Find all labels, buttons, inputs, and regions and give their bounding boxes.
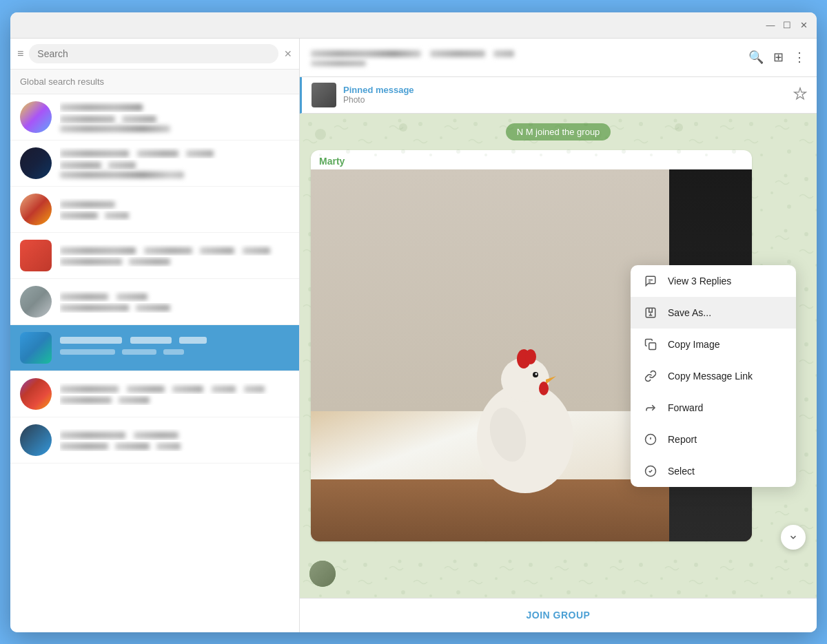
joined-badge: N M joined the group [506, 123, 611, 141]
result-name [60, 198, 289, 209]
result-preview [60, 160, 289, 169]
result-info [60, 429, 289, 451]
copy-image-icon [643, 337, 658, 352]
avatar [20, 194, 52, 225]
report-label: Report [668, 434, 697, 445]
chat-subtitle [311, 59, 742, 68]
context-menu: View 3 Replies Save As... [631, 265, 796, 487]
menu-icon: ≡ [17, 48, 23, 60]
view-replies-icon [643, 273, 658, 289]
result-info [60, 245, 289, 267]
result-name [60, 383, 289, 394]
svg-point-13 [535, 373, 538, 375]
result-dots [60, 125, 289, 132]
user-avatar [309, 561, 336, 587]
pinned-label: Pinned message [343, 85, 786, 95]
join-group-button[interactable]: JOIN GROUP [527, 610, 591, 621]
save-as-label: Save As... [668, 307, 711, 318]
report-icon [643, 432, 658, 447]
pinned-thumbnail [312, 83, 336, 107]
result-info [60, 383, 289, 405]
select-icon [643, 464, 658, 479]
search-results-label: Global search results [10, 70, 299, 94]
forward-icon [643, 400, 658, 415]
avatar [20, 378, 52, 410]
list-item[interactable] [10, 279, 299, 325]
more-options-icon[interactable]: ⋮ [793, 50, 806, 65]
results-list [10, 94, 299, 632]
result-name [60, 429, 289, 440]
result-info [60, 337, 289, 359]
context-copy-link[interactable]: Copy Message Link [631, 360, 796, 392]
result-info [60, 101, 289, 132]
list-item[interactable] [10, 371, 299, 417]
result-name [60, 337, 289, 348]
layout-icon[interactable]: ⊞ [773, 50, 784, 65]
right-panel: 🔍 ⊞ ⋮ Pinned message Photo [300, 39, 817, 632]
result-preview [60, 395, 289, 405]
copy-link-icon [643, 368, 658, 384]
result-name [60, 147, 289, 158]
search-bar: ≡ ✕ [10, 39, 299, 70]
chicken-svg [463, 307, 587, 500]
avatar [20, 147, 52, 179]
pinned-actions-icon[interactable] [793, 87, 807, 103]
list-item[interactable] [10, 417, 299, 464]
message-sender: Marty [311, 150, 752, 169]
chat-title [311, 47, 742, 59]
pinned-message[interactable]: Pinned message Photo [300, 77, 817, 114]
chat-area: N M joined the group Marty [300, 114, 817, 598]
minimize-button[interactable]: — [766, 20, 775, 30]
context-report[interactable]: Report [631, 424, 796, 455]
avatar [20, 286, 52, 318]
result-preview [60, 257, 289, 267]
avatar [20, 332, 52, 364]
result-name [60, 291, 289, 302]
search-clear-button[interactable]: ✕ [284, 48, 292, 59]
join-group-bar: JOIN GROUP [300, 598, 817, 632]
chat-header-info [311, 47, 742, 68]
search-input[interactable] [29, 44, 278, 63]
context-save-as[interactable]: Save As... [631, 297, 796, 329]
list-item[interactable] [10, 141, 299, 187]
avatar [20, 424, 52, 456]
result-preview [60, 442, 289, 451]
list-item[interactable] [10, 94, 299, 141]
chat-header-actions: 🔍 ⊞ ⋮ [748, 50, 806, 65]
chat-header: 🔍 ⊞ ⋮ [300, 39, 817, 77]
pinned-description: Photo [343, 95, 786, 105]
select-label: Select [668, 466, 695, 477]
list-item-active[interactable] [10, 325, 299, 371]
main-content: ≡ ✕ Global search results [10, 39, 817, 632]
left-panel: ≡ ✕ Global search results [10, 39, 300, 632]
result-name [60, 245, 289, 256]
list-item[interactable] [10, 187, 299, 233]
avatar [20, 101, 52, 133]
context-select[interactable]: Select [631, 455, 796, 487]
joined-notice: N M joined the group [300, 123, 817, 141]
forward-label: Forward [668, 402, 703, 413]
result-name [60, 101, 289, 112]
result-preview [60, 303, 289, 313]
result-dots [60, 172, 289, 178]
result-info [60, 147, 289, 178]
scroll-to-bottom-button[interactable] [781, 525, 806, 550]
context-copy-image[interactable]: Copy Image [631, 329, 796, 360]
result-preview [60, 211, 289, 220]
copy-link-label: Copy Message Link [668, 371, 753, 382]
context-forward[interactable]: Forward [631, 392, 796, 424]
blurred-name [60, 104, 143, 111]
save-as-icon [643, 305, 658, 320]
pinned-info: Pinned message Photo [343, 85, 786, 105]
svg-rect-16 [649, 342, 656, 349]
maximize-button[interactable]: ☐ [782, 20, 792, 30]
svg-point-11 [539, 382, 549, 395]
context-view-replies[interactable]: View 3 Replies [631, 265, 796, 297]
app-window: — ☐ ✕ ≡ ✕ Global search results [10, 12, 817, 632]
close-button[interactable]: ✕ [799, 20, 808, 30]
list-item[interactable] [10, 233, 299, 279]
svg-point-10 [525, 349, 536, 364]
result-info [60, 198, 289, 220]
title-bar: — ☐ ✕ [10, 12, 817, 39]
search-icon[interactable]: 🔍 [748, 50, 764, 65]
